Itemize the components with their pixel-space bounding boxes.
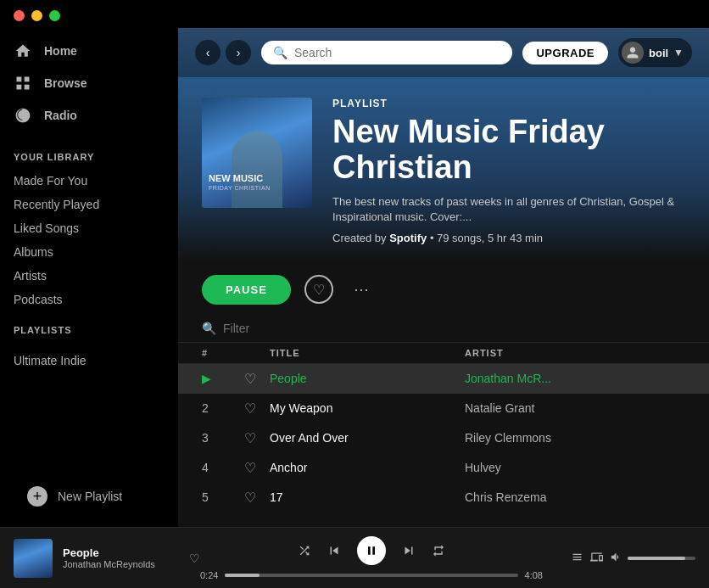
svg-rect-3 <box>25 85 30 90</box>
back-button[interactable]: ‹ <box>195 40 221 65</box>
track-like-button[interactable]: ♡ <box>244 430 270 446</box>
sidebar-item-home[interactable]: Home <box>0 35 178 67</box>
playlist-info: PLAYLIST New Music Friday Christian The … <box>332 98 685 244</box>
repeat-button[interactable] <box>432 544 445 557</box>
radio-label: Radio <box>44 109 77 122</box>
track-like-button[interactable]: ♡ <box>244 400 270 417</box>
sidebar-item-ultimate-indie[interactable]: Ultimate Indie <box>0 349 178 372</box>
table-row[interactable]: 2 ♡ My Weapon Natalie Grant ⋯ <box>178 394 709 423</box>
sidebar-item-podcasts[interactable]: Podcasts <box>0 288 178 311</box>
library-nav: Made For You Recently Played Liked Songs… <box>0 169 178 311</box>
progress-track[interactable] <box>225 574 517 577</box>
now-playing-thumbnail <box>14 539 53 578</box>
search-input[interactable] <box>294 46 500 59</box>
svg-rect-0 <box>17 77 22 82</box>
radio-icon <box>14 106 32 125</box>
now-playing-like-button[interactable]: ♡ <box>189 552 200 565</box>
table-row[interactable]: 3 ♡ Over And Over Riley Clemmons ⋯ <box>178 423 709 453</box>
cover-subtitle-text: FRIDAY CHRISTIAN <box>209 185 305 191</box>
svg-rect-2 <box>17 85 22 90</box>
playlist-meta: Created by Spotify • 79 songs, 5 hr 43 m… <box>332 232 685 244</box>
filter-icon: 🔍 <box>202 322 216 335</box>
new-playlist-button[interactable]: + New Playlist <box>14 479 165 513</box>
cover-image: New Music FRIDAY CHRISTIAN <box>202 98 312 208</box>
now-playing-info: People Jonathan McReynolds <box>63 546 179 569</box>
user-name: boil <box>649 47 668 59</box>
sidebar-item-liked-songs[interactable]: Liked Songs <box>0 216 178 240</box>
shuffle-button[interactable] <box>298 544 311 557</box>
table-row[interactable]: 5 ♡ 17 Chris Renzema ⋯ <box>178 483 709 512</box>
chevron-down-icon: ▼ <box>673 47 684 59</box>
table-row[interactable]: ▶ ♡ People Jonathan McR... ⋯ <box>178 364 709 394</box>
col-artist: ARTIST <box>465 348 634 358</box>
forward-button[interactable]: › <box>226 40 251 65</box>
track-title: People <box>270 372 465 385</box>
now-playing: People Jonathan McReynolds ♡ <box>14 539 200 578</box>
col-num: # <box>202 348 244 358</box>
search-bar[interactable]: 🔍 <box>261 41 512 64</box>
queue-button[interactable] <box>571 551 583 566</box>
volume-icon-button[interactable] <box>610 551 622 566</box>
track-number: 5 <box>202 490 244 504</box>
filter-input[interactable] <box>223 322 371 335</box>
track-list: ▶ ♡ People Jonathan McR... ⋯ 2 ♡ My Weap… <box>178 364 709 527</box>
sidebar-item-albums[interactable]: Albums <box>0 240 178 264</box>
volume-icon: ▶ <box>202 372 211 385</box>
col-title: TITLE <box>270 348 465 358</box>
now-playing-title: People <box>63 546 179 559</box>
user-menu[interactable]: boil ▼ <box>618 38 692 67</box>
filter-bar: 🔍 <box>178 315 709 343</box>
player-pause-button[interactable] <box>357 536 386 565</box>
cover-text-overlay: New Music FRIDAY CHRISTIAN <box>209 173 305 191</box>
playlist-title: New Music Friday Christian <box>332 115 685 186</box>
upgrade-button[interactable]: UPGRADE <box>522 42 608 64</box>
minimize-dot[interactable] <box>31 10 42 21</box>
sidebar-item-browse[interactable]: Browse <box>0 67 178 99</box>
volume-fill <box>628 557 685 560</box>
main-area: ‹ › 🔍 UPGRADE boil ▼ <box>178 28 709 527</box>
maximize-dot[interactable] <box>49 10 60 21</box>
track-artist: Natalie Grant <box>465 401 634 415</box>
more-options-button[interactable]: ⋯ <box>347 275 376 304</box>
close-dot[interactable] <box>14 10 25 21</box>
sidebar-item-made-for-you[interactable]: Made For You <box>0 169 178 193</box>
pause-button[interactable]: PAUSE <box>202 275 291 305</box>
volume-control <box>610 551 695 566</box>
track-like-button[interactable]: ♡ <box>244 490 270 506</box>
track-like-button[interactable]: ♡ <box>244 371 270 387</box>
track-like-button[interactable]: ♡ <box>244 460 270 476</box>
window-controls <box>0 0 709 28</box>
sidebar-item-recently-played[interactable]: Recently Played <box>0 193 178 216</box>
track-artist: Jonathan McR... <box>465 372 634 385</box>
like-playlist-button[interactable]: ♡ <box>304 275 333 304</box>
user-avatar-icon <box>622 42 644 64</box>
track-number: 2 <box>202 401 244 415</box>
playlists-section: Ultimate Indie <box>0 342 178 372</box>
volume-track[interactable] <box>628 557 695 560</box>
sidebar: Home Browse Radio YOUR LIBRARY Made For … <box>0 28 178 527</box>
progress-fill <box>225 574 259 577</box>
track-number: 3 <box>202 431 244 445</box>
playlist-cover: New Music FRIDAY CHRISTIAN <box>202 98 312 208</box>
next-button[interactable] <box>401 543 416 558</box>
cover-new-music-text: New Music <box>209 173 305 183</box>
sidebar-item-radio[interactable]: Radio <box>0 99 178 132</box>
track-title: Over And Over <box>270 431 465 445</box>
previous-button[interactable] <box>327 543 342 558</box>
track-artist: Riley Clemmons <box>465 431 634 445</box>
sidebar-item-artists[interactable]: Artists <box>0 264 178 288</box>
top-nav-right: UPGRADE boil ▼ <box>522 38 692 67</box>
track-number: 4 <box>202 461 244 474</box>
track-artist: Hulvey <box>465 461 634 474</box>
track-number: ▶ <box>202 372 244 385</box>
table-row[interactable]: 4 ♡ Anchor Hulvey ⋯ <box>178 453 709 483</box>
player-bar: People Jonathan McReynolds ♡ 0:24 <box>0 527 709 588</box>
track-title: Anchor <box>270 461 465 474</box>
playlists-label: PLAYLISTS <box>0 311 178 342</box>
player-right-controls <box>543 551 695 566</box>
player-controls: 0:24 4:08 <box>200 536 543 580</box>
main-nav: Home Browse Radio <box>0 28 178 138</box>
devices-button[interactable] <box>590 551 603 566</box>
current-time: 0:24 <box>200 570 218 580</box>
playlist-type-label: PLAYLIST <box>332 98 685 109</box>
